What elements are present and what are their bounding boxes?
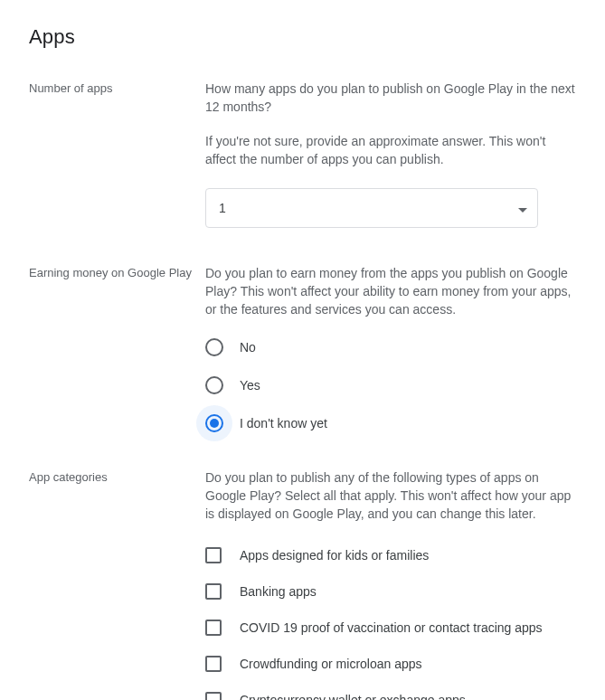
hint-number-of-apps: If you're not sure, provide an approxima… — [205, 132, 576, 168]
checkbox-crowdfunding[interactable]: Crowdfunding or microloan apps — [205, 655, 576, 673]
select-number-of-apps-value: 1 — [219, 201, 226, 215]
checkbox-label-crowdfunding: Crowdfunding or microloan apps — [240, 655, 422, 673]
checkbox-banking[interactable]: Banking apps — [205, 582, 576, 601]
radio-list-earning-money: No Yes I don't know yet — [205, 338, 576, 432]
checkbox-icon — [205, 547, 222, 563]
checkbox-covid[interactable]: COVID 19 proof of vaccination or contact… — [205, 619, 576, 637]
section-earning-money: Earning money on Google Play Do you plan… — [29, 264, 576, 432]
checkbox-label-banking: Banking apps — [240, 582, 317, 601]
checkbox-icon — [205, 583, 222, 600]
radio-icon — [205, 414, 223, 432]
checkbox-icon — [205, 656, 222, 672]
radio-label-yes: Yes — [240, 376, 260, 394]
radio-icon — [205, 338, 223, 356]
label-earning-money: Earning money on Google Play — [29, 264, 205, 432]
question-app-categories: Do you plan to publish any of the follow… — [205, 468, 576, 523]
label-number-of-apps: Number of apps — [29, 80, 205, 228]
checkbox-icon — [205, 692, 222, 700]
checkbox-icon — [205, 620, 222, 636]
radio-earning-dont-know[interactable]: I don't know yet — [205, 414, 576, 432]
checkbox-crypto[interactable]: Cryptocurrency wallet or exchange apps — [205, 691, 576, 700]
radio-label-dont-know: I don't know yet — [240, 414, 327, 432]
radio-icon — [205, 376, 223, 394]
radio-earning-yes[interactable]: Yes — [205, 376, 576, 394]
select-number-of-apps[interactable]: 1 — [205, 188, 538, 228]
checkbox-list-app-categories: Apps designed for kids or families Banki… — [205, 546, 576, 700]
content-app-categories: Do you plan to publish any of the follow… — [205, 468, 576, 700]
label-app-categories: App categories — [29, 468, 205, 700]
checkbox-kids[interactable]: Apps designed for kids or families — [205, 546, 576, 564]
section-number-of-apps: Number of apps How many apps do you plan… — [29, 80, 576, 228]
content-earning-money: Do you plan to earn money from the apps … — [205, 264, 576, 432]
select-number-of-apps-wrap: 1 — [205, 188, 538, 228]
radio-earning-no[interactable]: No — [205, 338, 576, 356]
checkbox-label-covid: COVID 19 proof of vaccination or contact… — [240, 619, 543, 637]
section-app-categories: App categories Do you plan to publish an… — [29, 468, 576, 700]
page-title: Apps — [29, 25, 576, 49]
content-number-of-apps: How many apps do you plan to publish on … — [205, 80, 576, 228]
question-number-of-apps: How many apps do you plan to publish on … — [205, 80, 576, 116]
checkbox-label-kids: Apps designed for kids or families — [240, 546, 429, 564]
question-earning-money: Do you plan to earn money from the apps … — [205, 264, 576, 318]
radio-label-no: No — [240, 338, 256, 356]
checkbox-label-crypto: Cryptocurrency wallet or exchange apps — [240, 691, 466, 700]
